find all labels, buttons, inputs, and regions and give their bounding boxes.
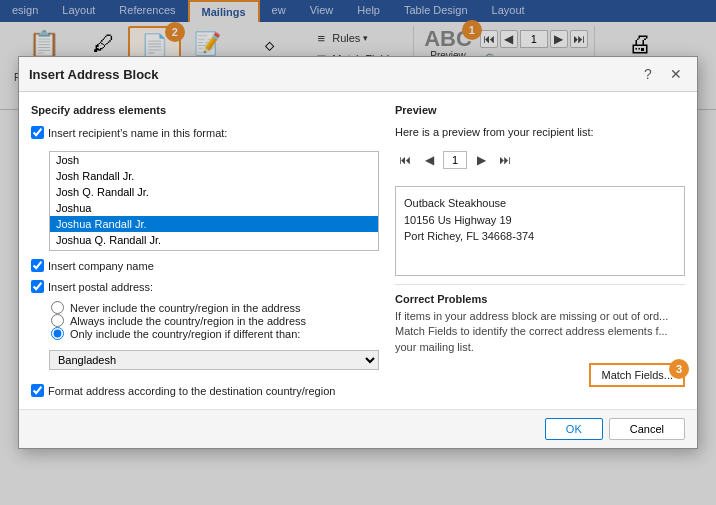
correct-problems-text: If items in your address block are missi… <box>395 309 685 355</box>
preview-line1: Outback Steakhouse <box>404 195 676 212</box>
insert-postal-checkbox[interactable] <box>31 280 44 293</box>
label-different: Only include the country/region if diffe… <box>70 328 300 340</box>
format-address-label: Format address according to the destinat… <box>48 385 335 397</box>
preview-next-button[interactable]: ▶ <box>471 150 491 170</box>
country-dropdown[interactable]: Bangladesh <box>49 350 379 370</box>
preview-line3: Port Richey, FL 34668-374 <box>404 228 676 245</box>
match-fields-dialog-label: Match Fields... <box>601 369 673 381</box>
dialog-body: Specify address elements Insert recipien… <box>19 92 697 409</box>
name-item-josh-q-randall[interactable]: Josh Q. Randall Jr. <box>50 184 378 200</box>
name-item-joshua-randall[interactable]: Joshua Randall Jr. <box>50 216 378 232</box>
insert-company-checkbox[interactable] <box>31 259 44 272</box>
match-fields-dialog-button[interactable]: 3 Match Fields... <box>589 363 685 387</box>
name-item-josh[interactable]: Josh <box>50 152 378 168</box>
name-item-joshua[interactable]: Joshua <box>50 200 378 216</box>
postal-options: Never include the country/region in the … <box>47 301 379 340</box>
option-different: Only include the country/region if diffe… <box>51 327 379 340</box>
insert-company-row: Insert company name <box>31 259 379 272</box>
dialog-overlay: Insert Address Block ? ✕ Specify address… <box>0 0 716 505</box>
option-never: Never include the country/region in the … <box>51 301 379 314</box>
radio-never[interactable] <box>51 301 64 314</box>
right-panel: Preview Here is a preview from your reci… <box>395 104 685 397</box>
preview-title: Preview <box>395 104 685 116</box>
cancel-button[interactable]: Cancel <box>609 418 685 440</box>
name-listbox[interactable]: Josh Josh Randall Jr. Josh Q. Randall Jr… <box>49 151 379 251</box>
preview-last-button[interactable]: ⏭ <box>495 150 515 170</box>
country-dropdown-row: Bangladesh <box>49 350 379 370</box>
insert-name-label: Insert recipient's name in this format: <box>48 127 227 139</box>
preview-prev-button[interactable]: ◀ <box>419 150 439 170</box>
dialog-footer: OK Cancel <box>19 409 697 448</box>
insert-name-row: Insert recipient's name in this format: <box>31 126 379 139</box>
specify-elements-title: Specify address elements <box>31 104 379 116</box>
label-always: Always include the country/region in the… <box>70 315 306 327</box>
insert-postal-row: Insert postal address: <box>31 280 379 293</box>
preview-content-box: Outback Steakhouse 10156 Us Highway 19 P… <box>395 186 685 276</box>
insert-address-block-dialog: Insert Address Block ? ✕ Specify address… <box>18 56 698 449</box>
badge-3: 3 <box>669 359 689 379</box>
name-item-josh-randall[interactable]: Josh Randall Jr. <box>50 168 378 184</box>
preview-first-button[interactable]: ⏮ <box>395 150 415 170</box>
preview-nav: ⏮ ◀ ▶ ⏭ <box>395 150 685 170</box>
dialog-titlebar: Insert Address Block ? ✕ <box>19 57 697 92</box>
left-panel: Specify address elements Insert recipien… <box>31 104 379 397</box>
format-address-checkbox[interactable] <box>31 384 44 397</box>
radio-always[interactable] <box>51 314 64 327</box>
radio-different[interactable] <box>51 327 64 340</box>
correct-problems-title: Correct Problems <box>395 293 685 305</box>
dialog-help-button[interactable]: ? <box>637 63 659 85</box>
dialog-title: Insert Address Block <box>29 67 159 82</box>
ok-button[interactable]: OK <box>545 418 603 440</box>
correct-problems-section: Correct Problems If items in your addres… <box>395 284 685 387</box>
format-address-row: Format address according to the destinat… <box>31 384 379 397</box>
name-item-joshua-q-randall[interactable]: Joshua Q. Randall Jr. <box>50 232 378 248</box>
dialog-controls: ? ✕ <box>637 63 687 85</box>
insert-company-label: Insert company name <box>48 260 154 272</box>
option-always: Always include the country/region in the… <box>51 314 379 327</box>
preview-subtitle: Here is a preview from your recipient li… <box>395 126 685 138</box>
preview-line2: 10156 Us Highway 19 <box>404 212 676 229</box>
dialog-close-button[interactable]: ✕ <box>665 63 687 85</box>
insert-name-checkbox[interactable] <box>31 126 44 139</box>
label-never: Never include the country/region in the … <box>70 302 301 314</box>
insert-postal-label: Insert postal address: <box>48 281 153 293</box>
preview-num-input[interactable] <box>443 151 467 169</box>
